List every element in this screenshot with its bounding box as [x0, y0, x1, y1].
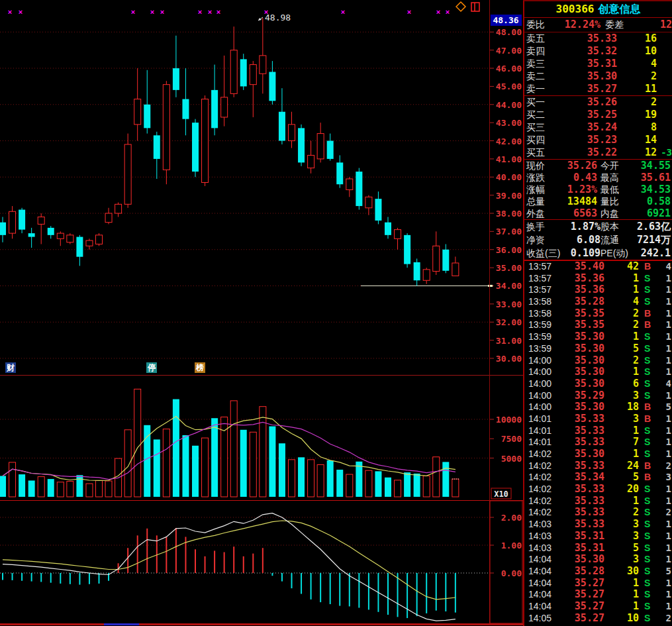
bid-row[interactable]: 买四35.2314	[524, 134, 672, 146]
info-row[interactable]: 现价35.26今开34.55	[524, 160, 672, 172]
corner-icons[interactable]	[456, 1, 482, 13]
volume-bar-down	[442, 462, 449, 497]
tick-row[interactable]: 14:0535.2710S2	[524, 613, 672, 625]
tick-row[interactable]: 13:5835.352B1	[524, 308, 672, 320]
ask-row[interactable]: 卖二35.302	[524, 70, 672, 83]
tick-row[interactable]: 14:0335.313S1	[524, 531, 672, 543]
bid-row[interactable]: 买一35.262	[524, 96, 672, 109]
weicha-value: 12	[660, 18, 672, 32]
stat-row[interactable]: 收益(三)0.109PE(动)242.1	[524, 246, 672, 260]
tick-row[interactable]: 14:0035.301S1	[524, 366, 672, 378]
overlay-badge-ting[interactable]: 停	[146, 362, 157, 373]
bid-row[interactable]: 买五35.2212-3	[524, 146, 672, 159]
tick-row[interactable]: 14:0335.333S1	[524, 519, 672, 531]
tick-row[interactable]: 14:0035.306S4	[524, 378, 672, 390]
weibi-label: 委比	[526, 18, 545, 32]
bid-row[interactable]: 买三35.248	[524, 121, 672, 134]
tick-row[interactable]: 14:0435.2830S5	[524, 566, 672, 578]
tick-row[interactable]: 14:0235.331S1	[524, 496, 672, 507]
volume-bar-up	[250, 432, 256, 497]
tick-row[interactable]: 14:0235.3324B2	[524, 460, 672, 472]
stat-row[interactable]: 净资6.08流通7214万	[524, 233, 672, 246]
tick-row[interactable]: 14:0435.303S1	[524, 554, 672, 566]
tick-row[interactable]: 13:5735.4042B4	[524, 261, 672, 273]
diamond-icon[interactable]	[456, 2, 465, 11]
window-icon[interactable]	[471, 3, 479, 11]
candle-body-up	[67, 235, 73, 242]
info-row[interactable]: 涨幅1.23%最低34.53	[524, 183, 672, 195]
tick-row[interactable]: 14:0135.333B1	[524, 413, 672, 425]
signal-marker-icon: ×	[150, 8, 154, 16]
tick-row[interactable]: 14:0035.293S1	[524, 390, 672, 402]
candle-body-down	[298, 128, 305, 162]
stock-name: 创意信息	[598, 3, 640, 15]
candle-body-down	[279, 112, 285, 141]
candle-body-down	[76, 237, 83, 257]
candle-body-down	[269, 72, 275, 101]
tick-row[interactable]: 14:0435.271S1	[524, 601, 672, 613]
volume-bar-down	[414, 474, 420, 497]
candle-body-up	[289, 125, 295, 141]
tick-row[interactable]: 14:0035.302S1	[524, 355, 672, 367]
tick-row[interactable]: 14:0235.3320S1	[524, 484, 672, 496]
tick-row[interactable]: 13:5935.305S1	[524, 343, 672, 355]
info-row[interactable]: 涨跌0.43最高35.61	[524, 172, 672, 183]
candle-body-down	[182, 99, 189, 119]
tick-row[interactable]: 14:0435.271S1	[524, 578, 672, 590]
tick-row[interactable]: 13:5835.284S1	[524, 296, 672, 308]
tick-row[interactable]: 14:0235.345B3	[524, 472, 672, 484]
signal-marker-icon: ×	[436, 8, 440, 16]
volume-bar-up	[86, 484, 93, 497]
tick-row[interactable]: 13:5935.352B1	[524, 319, 672, 331]
kline-volume-macd-chart[interactable]: ×××××××××××××48.9848.0047.0046.0045.0044…	[0, 0, 523, 626]
price-axis-label: 34.00	[496, 281, 522, 291]
tick-row[interactable]: 13:5735.361S1	[524, 273, 672, 285]
info-row[interactable]: 外盘6563内盘6921	[524, 207, 672, 219]
candle-body-up	[86, 240, 93, 246]
ask-row[interactable]: 卖五35.3316	[524, 32, 672, 45]
price-axis-label: 36.00	[496, 245, 522, 255]
signal-marker-icon: ×	[8, 8, 12, 16]
tick-row[interactable]: 14:0035.3018B5	[524, 401, 672, 413]
volume-bar-up	[260, 407, 266, 497]
volume-bar-down	[269, 427, 275, 497]
quote-info-grid: 现价35.26今开34.55涨跌0.43最高35.61涨幅1.23%最低34.5…	[524, 160, 672, 219]
bid-levels: 买一35.262买二35.2519买三35.248买四35.2314买五35.2…	[524, 96, 672, 159]
stock-title[interactable]: 300366创意信息	[524, 1, 672, 18]
candle-body-up	[230, 50, 237, 94]
overlay-badge-cai[interactable]: 财	[5, 362, 16, 373]
candle-body-down	[19, 210, 25, 230]
tick-list[interactable]: 13:5735.4042B413:5735.361S113:5735.361S1…	[524, 261, 672, 625]
ask-row[interactable]: 卖三35.314	[524, 58, 672, 70]
tick-row[interactable]: 13:5735.361S1	[524, 284, 672, 296]
svg-text:48.36: 48.36	[493, 15, 518, 25]
tick-row[interactable]: 14:0435.271S1	[524, 589, 672, 601]
bottom-border	[0, 623, 523, 625]
bid-row[interactable]: 买二35.2519	[524, 109, 672, 121]
stat-row[interactable]: 换手1.87%股本2.63亿	[524, 220, 672, 233]
volume-bar-up	[346, 474, 353, 497]
tick-row[interactable]: 13:5935.301S1	[524, 331, 672, 343]
price-axis-label: 33.00	[496, 299, 522, 309]
overlay-badge-bang[interactable]: 榜	[195, 362, 205, 373]
volume-bar-up	[202, 438, 209, 497]
ask-row[interactable]: 卖一35.2711	[524, 83, 672, 95]
tick-row[interactable]: 14:0235.301S1	[524, 448, 672, 460]
candle-body-up	[433, 246, 440, 271]
tick-row[interactable]: 14:0135.337S1	[524, 437, 672, 448]
tick-row[interactable]: 14:0235.332S2	[524, 507, 672, 519]
stock-terminal-window: ×××××××××××××48.9848.0047.0046.0045.0044…	[0, 0, 672, 626]
tick-row[interactable]: 14:0135.331S1	[524, 425, 672, 437]
volume-bar-up	[230, 401, 237, 497]
info-row[interactable]: 总量13484量比0.58	[524, 195, 672, 207]
ask-row[interactable]: 卖四35.3210	[524, 45, 672, 58]
volume-bar-down	[356, 462, 362, 497]
tick-row[interactable]: 14:0335.315S1	[524, 543, 672, 554]
price-axis-label: 31.00	[496, 336, 522, 346]
candle-body-up	[250, 65, 256, 85]
volume-bar-up	[9, 462, 16, 497]
bottom-scroll-indicator	[104, 623, 139, 625]
volume-bar-down	[0, 476, 6, 497]
candle-body-down	[375, 199, 381, 221]
chart-area[interactable]: ×××××××××××××48.9848.0047.0046.0045.0044…	[0, 0, 523, 626]
